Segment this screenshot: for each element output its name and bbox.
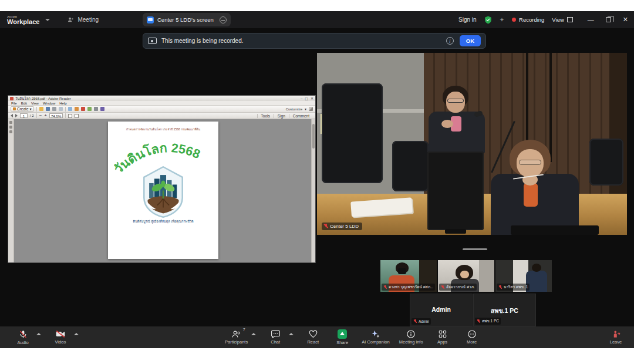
zoom-workplace-logo[interactable]: zoom Workplace (7, 15, 50, 25)
pdf-scrollbar[interactable] (311, 119, 315, 262)
attachment-icon[interactable] (94, 107, 98, 111)
screen-share-icon (147, 16, 154, 23)
apps-button[interactable]: Apps (433, 330, 453, 345)
participant-name-badge: นาริสา ศพข..1 (497, 284, 530, 291)
pdf-toolbar-main: Create ▾ Customize ▾ (8, 106, 315, 113)
video-options-chevron[interactable] (74, 333, 79, 335)
meeting-main-area: This meeting is being recorded. i OK วัน… (0, 28, 634, 326)
menu-help[interactable]: Help (59, 102, 66, 105)
participant-video-tile[interactable]: นาริสา ศพข..1 (495, 260, 552, 292)
tab-shared-screen[interactable]: Center 5 LDD's screen (143, 13, 231, 26)
gallery-drag-handle[interactable] (463, 248, 487, 250)
monitor-back (427, 151, 484, 230)
leave-icon (612, 330, 620, 338)
participant-video-tile[interactable]: สพข.1 PC สพข.1 PC (473, 294, 536, 326)
meeting-tab-label: Meeting (77, 16, 99, 23)
pdf-minimize-icon[interactable]: – (301, 97, 302, 100)
participants-button[interactable]: 7 Participants (225, 330, 248, 345)
tools-tab[interactable]: Tools (257, 114, 274, 118)
page-total-label: / 2 (30, 114, 34, 117)
participant-display-name: สพข.1 PC (474, 306, 535, 316)
view-label: View (552, 16, 564, 23)
next-page-icon[interactable] (15, 114, 18, 117)
audio-options-chevron[interactable] (36, 333, 41, 335)
tab-options-icon[interactable] (220, 16, 227, 23)
save-icon[interactable] (46, 107, 50, 111)
open-file-icon[interactable] (39, 107, 43, 111)
chat-options-chevron[interactable] (289, 333, 294, 335)
leave-button[interactable]: Leave (606, 330, 626, 345)
ai-companion-button[interactable]: AI Companion (362, 330, 390, 345)
participant-video-tile[interactable]: Admin Admin (410, 294, 473, 326)
chat-icon (271, 330, 280, 338)
customize-button[interactable]: Customize (286, 107, 302, 111)
comment-tab[interactable]: Comment (289, 114, 313, 118)
workspace-chevron-icon[interactable] (45, 19, 50, 21)
shared-screen-tab-label: Center 5 LDD's screen (157, 16, 216, 23)
sign-in-link[interactable]: Sign in (458, 16, 477, 23)
create-icon (13, 107, 16, 110)
record-screen-icon (148, 38, 157, 44)
meeting-info-button[interactable]: Meeting info (399, 330, 423, 345)
office-chair (322, 83, 383, 183)
minimize-icon[interactable]: — (588, 16, 594, 23)
view-button[interactable]: View (552, 16, 572, 23)
muted-mic-icon (499, 285, 503, 289)
pdf-export-icon[interactable] (81, 107, 85, 111)
participant-video-tile[interactable]: ดวงพร บุญเพชรรัตน์ ศสภ... (380, 260, 437, 292)
recording-label: Recording (519, 16, 544, 23)
close-icon[interactable]: ✕ (623, 16, 628, 23)
pdf-titlebar: วันดินโลก 2568.pdf - Adobe Reader – ▢ ✕ (8, 96, 315, 101)
share-button[interactable]: Share (332, 329, 352, 345)
participant-display-name: Admin (410, 306, 472, 313)
zoom-out-icon[interactable]: − (39, 113, 42, 118)
main-speaker-video[interactable]: Center 5 LDD (317, 53, 627, 235)
create-button[interactable]: Create ▾ (11, 106, 34, 112)
office-chair (392, 141, 429, 191)
muted-mic-icon (414, 319, 417, 323)
recording-indicator[interactable]: Recording (512, 16, 544, 23)
menu-edit[interactable]: Edit (21, 102, 27, 105)
ai-sparkle-icon[interactable]: ✦ (500, 16, 504, 23)
muted-mic-icon (384, 285, 387, 289)
fit-width-icon[interactable] (68, 114, 72, 118)
zoom-level-select[interactable]: 74.6% (49, 113, 63, 118)
react-button[interactable]: React (303, 330, 323, 345)
pdf-navigation-pane[interactable] (8, 119, 14, 262)
signature-icon[interactable] (100, 107, 104, 111)
pen-tool-icon[interactable] (309, 107, 313, 111)
chat-button[interactable]: Chat (265, 330, 285, 345)
info-icon[interactable]: i (446, 37, 454, 45)
fit-page-icon[interactable] (75, 114, 79, 118)
audio-button[interactable]: Audio (13, 330, 33, 345)
more-button[interactable]: More (462, 330, 482, 345)
ok-button[interactable]: OK (460, 35, 481, 46)
participant-name-badge: ดวงพร บุญเพชรรัตน์ ศสภ... (382, 284, 435, 291)
zoom-in-icon[interactable]: + (44, 113, 47, 118)
foreground-person (493, 140, 611, 235)
favorites-icon[interactable] (75, 107, 79, 111)
security-shield-icon[interactable] (484, 16, 492, 24)
participants-options-chevron[interactable] (251, 333, 256, 335)
pdf-maximize-icon[interactable]: ▢ (305, 97, 308, 100)
muted-mic-icon (477, 319, 481, 323)
participant-name-badge: สพข.1 PC (475, 318, 501, 325)
email-icon[interactable] (59, 107, 63, 111)
menu-view[interactable]: View (31, 102, 39, 105)
print-icon[interactable] (52, 107, 56, 111)
participant-video-tile[interactable]: อัจฉราภรณ์ ศวภ. (438, 260, 494, 292)
participant-name-badge: Center 5 LDD (322, 223, 362, 230)
cloud-icon[interactable] (68, 107, 72, 111)
menu-file[interactable]: File (11, 102, 17, 105)
page-number-input[interactable]: 1 (20, 113, 28, 118)
menu-window[interactable]: Window (43, 102, 55, 105)
stamp-icon[interactable] (87, 107, 92, 111)
restore-icon[interactable] (606, 17, 611, 22)
tab-meeting[interactable]: Meeting (68, 16, 99, 23)
sign-tab[interactable]: Sign (274, 114, 289, 118)
previous-page-icon[interactable] (11, 114, 13, 117)
video-button[interactable]: Video (50, 330, 70, 345)
share-screen-icon (338, 329, 347, 339)
pdf-close-icon[interactable]: ✕ (311, 97, 313, 100)
recording-banner-text: This meeting is being recorded. (161, 38, 446, 44)
